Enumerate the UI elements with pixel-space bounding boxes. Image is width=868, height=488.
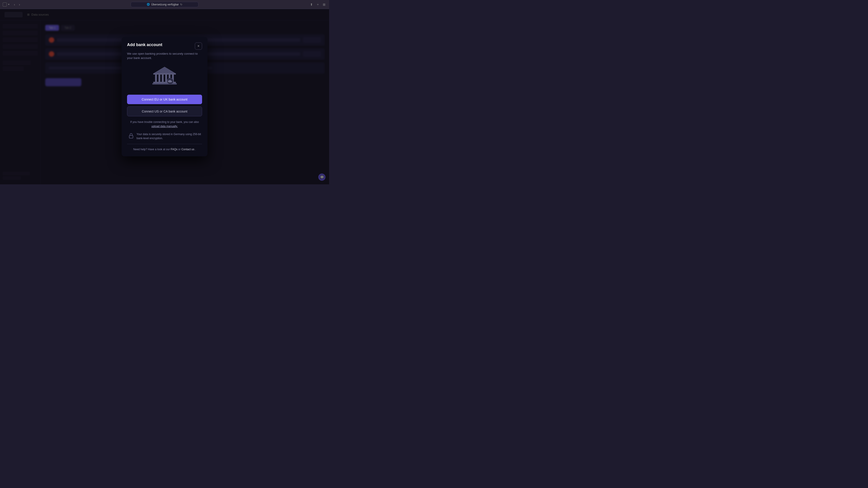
svg-point-13 (169, 80, 171, 82)
browser-actions: ⬆ ＋ ⊞ (309, 2, 327, 7)
app-background: ⊞ Data sources Tab 1 Tab 2 (0, 9, 329, 184)
bank-icon-container (127, 66, 202, 88)
refresh-icon[interactable]: ↻ (180, 3, 182, 6)
bank-icon (151, 66, 178, 88)
forward-button[interactable]: › (17, 2, 22, 7)
svg-rect-4 (162, 74, 164, 82)
modal-subtitle: We use open banking providers to securel… (127, 52, 202, 60)
address-bar-text: Übersetzung verfügbar (151, 3, 179, 6)
help-or: or (178, 148, 181, 151)
tab-square-icon (3, 2, 7, 6)
manual-upload-text: If you have trouble connecting to your b… (127, 120, 202, 129)
help-prefix: Need help? Have a look at our (133, 148, 170, 151)
modal-title: Add bank account (127, 42, 162, 47)
svg-rect-2 (155, 74, 157, 82)
back-button[interactable]: ‹ (12, 2, 17, 7)
lock-icon (128, 133, 134, 139)
contact-link[interactable]: Contact us (181, 148, 194, 151)
sidebar-toggle-button[interactable]: ⊞ (322, 2, 327, 7)
faqs-link[interactable]: FAQs (170, 148, 178, 151)
help-suffix: . (195, 148, 196, 151)
svg-marker-0 (153, 67, 176, 74)
svg-rect-14 (129, 135, 133, 138)
add-bank-account-modal: Add bank account × We use open banking p… (122, 37, 208, 156)
svg-rect-5 (165, 74, 167, 82)
security-text: Your data is securely stored in Germany … (136, 132, 201, 140)
tab-area: ▾ (3, 2, 9, 6)
modal-header: Add bank account × (127, 42, 202, 50)
close-button[interactable]: × (195, 42, 202, 50)
svg-rect-9 (152, 83, 177, 85)
close-icon: × (197, 44, 199, 48)
svg-rect-3 (158, 74, 160, 82)
browser-chrome: ▾ ‹ › 🌐 Übersetzung verfügbar ↻ ⬆ ＋ ⊞ (0, 0, 329, 9)
connect-eu-uk-button[interactable]: Connect EU or UK bank account (127, 95, 202, 104)
nav-arrows: ‹ › (12, 2, 22, 7)
translate-icon: 🌐 (147, 3, 150, 6)
modal-backdrop: Add bank account × We use open banking p… (0, 9, 329, 184)
modal-divider (127, 144, 202, 144)
help-text: Need help? Have a look at our FAQs or Co… (127, 148, 202, 151)
new-tab-button[interactable]: ＋ (315, 2, 320, 7)
manual-upload-link[interactable]: upload data manually. (151, 125, 178, 128)
manual-upload-prefix: If you have trouble connecting to your b… (130, 121, 199, 124)
share-button[interactable]: ⬆ (309, 2, 314, 7)
security-note: Your data is securely stored in Germany … (127, 132, 202, 140)
tab-dropdown-icon: ▾ (8, 3, 9, 6)
address-bar[interactable]: 🌐 Übersetzung verfügbar ↻ (131, 2, 198, 7)
connect-us-ca-button[interactable]: Connect US or CA bank account (127, 106, 202, 116)
svg-rect-1 (153, 73, 176, 74)
